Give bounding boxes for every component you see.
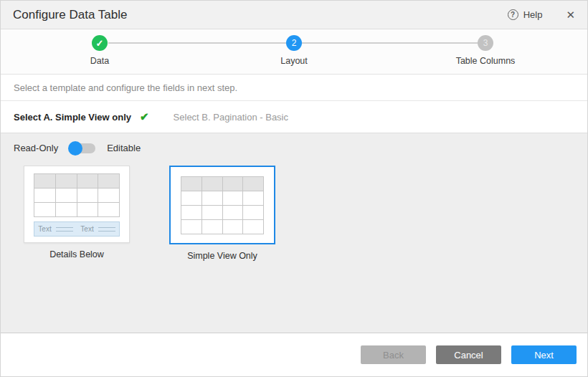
detail-field: Text (80, 225, 115, 233)
template-selection-row: Select A. Simple View only ✔ Select B. P… (1, 101, 587, 133)
dialog-footer: Back Cancel Next (1, 333, 587, 376)
mode-toggle-row: Read-Only Editable (14, 143, 574, 153)
step-layout-number: 2 (286, 35, 302, 51)
wizard-stepper: ✓ Data 2 Layout 3 Table Columns (1, 29, 587, 75)
detail-field-label: Text (38, 225, 51, 233)
back-button[interactable]: Back (361, 345, 426, 364)
detail-field-lines (98, 227, 115, 232)
simple-view-only-card[interactable] (169, 166, 275, 244)
close-icon[interactable]: ✕ (566, 9, 575, 20)
step-data-check-icon: ✓ (92, 35, 108, 51)
step-table-columns[interactable]: 3 Table Columns (442, 35, 528, 66)
detail-field: Text (38, 225, 72, 233)
toggle-knob (68, 141, 82, 156)
dialog-header: Configure Data Table ? Help ✕ (1, 1, 587, 29)
option-pagination-basic[interactable]: Select B. Pagination - Basic (174, 112, 288, 123)
step-table-columns-label: Table Columns (442, 56, 528, 66)
instruction-row: Select a template and configure the fiel… (1, 75, 587, 101)
read-only-editable-toggle[interactable] (70, 143, 95, 153)
help-label: Help (523, 9, 543, 20)
step-layout[interactable]: 2 Layout (251, 35, 337, 66)
simple-view-only-label: Simple View Only (187, 251, 257, 261)
layout-body: Read-Only Editable Text Text (1, 133, 587, 333)
details-below-table-preview (34, 173, 120, 217)
details-below-card[interactable]: Text Text (24, 166, 130, 243)
read-only-label: Read-Only (14, 143, 58, 153)
detail-field-label: Text (80, 225, 93, 233)
details-below-detail-strip: Text Text (34, 221, 120, 237)
template-cards: Text Text Details Below Simple (24, 166, 574, 261)
help-button[interactable]: ? Help (508, 9, 543, 20)
option-simple-view-only[interactable]: Select A. Simple View only ✔ (14, 110, 149, 123)
step-data-label: Data (57, 56, 143, 66)
header-actions: ? Help ✕ (508, 9, 575, 20)
details-below-label: Details Below (49, 249, 104, 259)
next-button[interactable]: Next (511, 345, 577, 364)
option-selected-check-icon: ✔ (140, 110, 149, 123)
simple-view-table-preview (181, 176, 264, 234)
step-layout-label: Layout (251, 56, 337, 66)
editable-label: Editable (107, 143, 141, 153)
template-details-below: Text Text Details Below (24, 166, 130, 259)
help-icon: ? (508, 9, 518, 20)
cancel-button[interactable]: Cancel (436, 345, 501, 364)
template-simple-view-only: Simple View Only (169, 166, 275, 261)
step-table-columns-number: 3 (478, 35, 493, 51)
instruction-text: Select a template and configure the fiel… (14, 82, 237, 93)
option-a-label: Select A. Simple View only (14, 112, 131, 123)
page-title: Configure Data Table (13, 8, 508, 22)
configure-data-table-dialog: Configure Data Table ? Help ✕ ✓ Data 2 L… (0, 0, 588, 377)
step-data[interactable]: ✓ Data (57, 35, 143, 66)
detail-field-lines (56, 227, 73, 232)
